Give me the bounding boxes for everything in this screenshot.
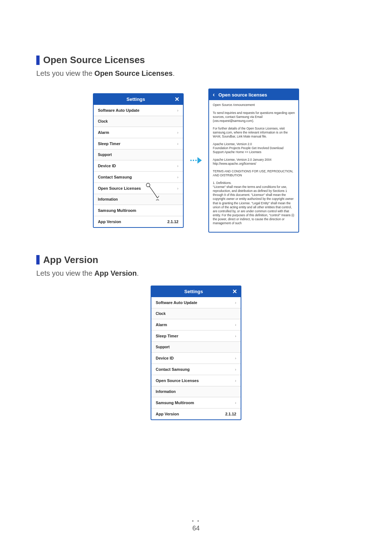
arrow-right-icon	[197, 157, 202, 164]
settings-header: Settings ✕	[151, 286, 241, 297]
category-label: Information	[156, 390, 176, 394]
item-sleep-timer[interactable]: Sleep Timer ›	[151, 331, 241, 342]
category-information: Information	[94, 194, 183, 205]
desc-bold: App Version	[94, 269, 137, 277]
item-sleep-timer[interactable]: Sleep Timer ›	[94, 138, 183, 149]
figure-row-2: Settings ✕ Software Auto Update › Clock …	[36, 286, 356, 420]
item-label: Software Auto Update	[98, 108, 140, 112]
section-open-source-licenses: Open Source Licenses Lets you view the O…	[36, 54, 356, 233]
settings-header-title: Settings	[155, 289, 232, 294]
osl-paragraph: Apache License, Version 2.0 Foundation P…	[213, 142, 295, 154]
desc-prefix: Lets you view the	[36, 269, 94, 277]
section-description: Lets you view the Open Source Licenses.	[36, 69, 356, 78]
item-label: Contact Samsung	[156, 367, 190, 372]
item-contact-samsung[interactable]: Contact Samsung ›	[151, 364, 241, 375]
osl-paragraph: TERMS AND CONDITIONS FOR USE, REPRODUCTI…	[213, 169, 295, 177]
chevron-right-icon: ›	[235, 300, 236, 305]
category-clock: Clock	[151, 308, 241, 319]
item-label: Contact Samsung	[98, 175, 132, 179]
osl-paragraph: Apache License, Version 2.0 January 2004…	[213, 158, 295, 166]
item-device-id[interactable]: Device ID ›	[151, 353, 241, 364]
page: Open Source Licenses Lets you view the O…	[0, 0, 392, 554]
item-contact-samsung[interactable]: Contact Samsung ›	[94, 172, 183, 183]
close-icon[interactable]: ✕	[175, 96, 179, 103]
chevron-right-icon: ›	[235, 323, 236, 327]
app-version-value: 2.1.12	[167, 219, 179, 224]
item-app-version: App Version 2.1.12	[94, 216, 183, 227]
close-icon[interactable]: ✕	[232, 288, 237, 295]
item-app-version: App Version 2.1.12	[151, 409, 241, 419]
item-label: Sleep Timer	[156, 334, 178, 338]
section-heading: Open Source Licenses	[36, 54, 356, 66]
osl-header-title: Open source licenses	[219, 92, 267, 98]
section-app-version: App Version Lets you view the App Versio…	[36, 254, 356, 420]
heading-bar-icon	[36, 255, 40, 264]
item-label: Sleep Timer	[98, 141, 121, 146]
chevron-right-icon: ›	[235, 334, 236, 338]
item-label: App Version	[156, 412, 179, 416]
page-footer: • • 64	[0, 518, 392, 532]
settings-header: Settings ✕	[94, 94, 183, 105]
osl-paragraph: To send inquiries and requests for quest…	[213, 111, 295, 123]
item-alarm[interactable]: Alarm ›	[151, 319, 241, 331]
item-open-source-licenses[interactable]: Open Source Licenses ›	[151, 375, 241, 386]
chevron-right-icon: ›	[177, 130, 179, 135]
chevron-right-icon: ›	[235, 378, 236, 383]
category-support: Support	[94, 149, 183, 160]
category-clock: Clock	[94, 116, 183, 127]
chevron-right-icon: ›	[177, 175, 179, 179]
item-label: Device ID	[156, 356, 174, 360]
chevron-right-icon: ›	[177, 141, 179, 146]
item-label: Alarm	[98, 130, 109, 135]
desc-bold: Open Source Licenses	[94, 69, 173, 77]
chevron-right-icon: ›	[177, 164, 179, 168]
osl-paragraph: 1. Definitions. "License" shall mean the…	[213, 181, 295, 225]
item-label: Samsung Multiroom	[98, 208, 136, 213]
footer-dots-icon: • •	[0, 518, 392, 524]
item-samsung-multiroom[interactable]: Samsung Multiroom ›	[151, 397, 241, 409]
open-source-licenses-panel: ‹ Open source licenses Open Source Annou…	[208, 89, 299, 233]
category-label: Support	[156, 345, 170, 349]
section-heading: App Version	[36, 254, 356, 266]
category-label: Information	[98, 197, 118, 201]
transition-arrow-icon: •••	[190, 157, 202, 164]
desc-prefix: Lets you view the	[36, 69, 94, 77]
section-description: Lets you view the App Version.	[36, 269, 356, 278]
category-information: Information	[151, 386, 241, 397]
chevron-right-icon: ›	[235, 367, 236, 372]
item-label: App Version	[98, 219, 121, 224]
item-label: Open Source Licenses	[98, 186, 141, 190]
section-title: Open Source Licenses	[43, 54, 145, 66]
section-title: App Version	[43, 254, 98, 266]
item-samsung-multiroom[interactable]: Samsung Multiroom	[94, 205, 183, 216]
item-device-id[interactable]: Device ID ›	[94, 160, 183, 172]
item-label: Alarm	[156, 323, 167, 327]
app-version-value: 2.1.12	[225, 412, 236, 416]
page-number: 64	[192, 525, 200, 532]
settings-header-title: Settings	[97, 97, 175, 102]
category-label: Clock	[98, 119, 108, 123]
back-icon[interactable]: ‹	[213, 91, 215, 98]
desc-suffix: .	[173, 69, 175, 77]
item-label: Device ID	[98, 164, 116, 168]
svg-point-0	[146, 183, 150, 187]
osl-header: ‹ Open source licenses	[209, 89, 298, 100]
osl-paragraph: For further details of the Open Source L…	[213, 127, 295, 139]
dots-icon: •••	[190, 157, 198, 163]
figure-row-1: Settings ✕ Software Auto Update › Clock …	[36, 89, 356, 233]
chevron-right-icon: ›	[235, 356, 236, 360]
osl-announcement: Open Source Announcement	[213, 103, 295, 107]
category-label: Support	[98, 153, 112, 157]
item-label: Software Auto Update	[156, 300, 197, 305]
chevron-right-icon: ›	[177, 108, 179, 112]
heading-bar-icon	[36, 56, 40, 65]
item-open-source-licenses[interactable]: Open Source Licenses ›	[94, 183, 183, 194]
item-software-auto-update[interactable]: Software Auto Update ›	[151, 297, 241, 308]
item-alarm[interactable]: Alarm ›	[94, 127, 183, 138]
chevron-right-icon: ›	[235, 401, 236, 405]
settings-panel: Settings ✕ Software Auto Update › Clock …	[93, 93, 184, 228]
category-support: Support	[151, 342, 241, 353]
item-label: Samsung Multiroom	[156, 401, 194, 405]
settings-panel-2: Settings ✕ Software Auto Update › Clock …	[151, 286, 241, 420]
item-software-auto-update[interactable]: Software Auto Update ›	[94, 105, 183, 116]
